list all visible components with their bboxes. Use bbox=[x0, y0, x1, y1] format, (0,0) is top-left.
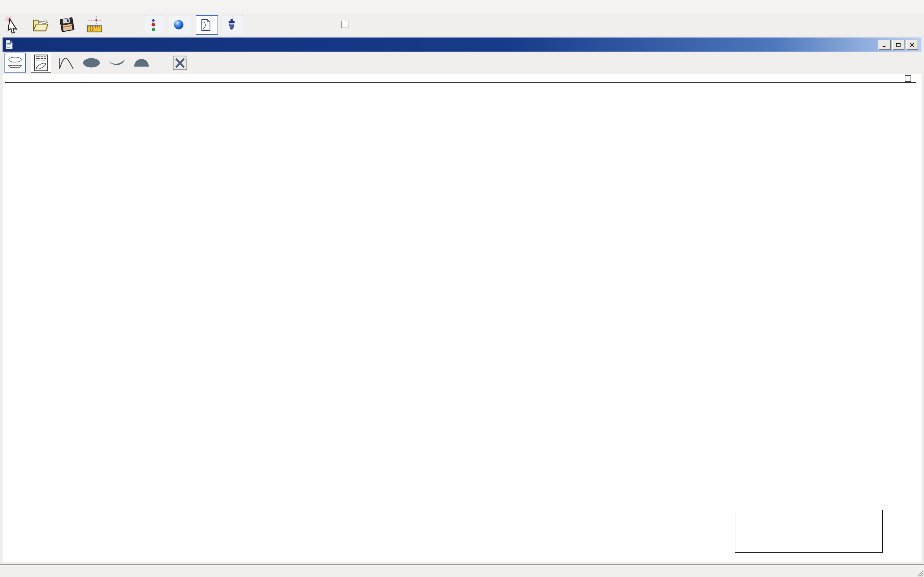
main-toolbar: 1 0 bbox=[0, 13, 924, 37]
file-tool-icons: 1 0 bbox=[3, 15, 104, 35]
svg-text:1 0: 1 0 bbox=[89, 28, 94, 32]
window-controls bbox=[879, 40, 918, 50]
plan-shape-solid-button[interactable] bbox=[81, 53, 102, 73]
status-bar bbox=[0, 565, 924, 577]
cnc-button[interactable] bbox=[223, 15, 243, 34]
cross-section-solid-button[interactable] bbox=[132, 53, 152, 73]
header-divider bbox=[5, 82, 916, 83]
document-icon bbox=[5, 40, 13, 49]
minimize-button[interactable] bbox=[879, 40, 891, 50]
rocker-curve-view-button[interactable] bbox=[57, 53, 76, 73]
rocker-solid-button[interactable] bbox=[107, 53, 126, 73]
view-mode-buttons bbox=[145, 15, 243, 35]
unit-inch[interactable] bbox=[341, 21, 349, 28]
plan-doc-icon bbox=[200, 19, 211, 31]
close-button[interactable] bbox=[906, 40, 918, 50]
save-icon[interactable] bbox=[57, 15, 77, 35]
sphere-icon bbox=[173, 19, 184, 31]
board-window-titlebar[interactable] bbox=[3, 37, 921, 52]
3d-view-button[interactable] bbox=[169, 15, 191, 34]
board-view-toolbar bbox=[3, 52, 923, 74]
export-excel-button[interactable] bbox=[170, 53, 190, 73]
open-file-icon[interactable] bbox=[30, 15, 50, 35]
unit-mm[interactable] bbox=[331, 23, 335, 26]
design-button[interactable] bbox=[145, 15, 164, 34]
design-icon bbox=[149, 18, 158, 31]
cnc-bit-icon bbox=[227, 18, 236, 31]
pointer-tool-icon[interactable] bbox=[3, 15, 23, 35]
resize-grip[interactable] bbox=[917, 571, 923, 577]
ruler-measure-icon[interactable]: 1 0 bbox=[84, 15, 104, 35]
spec-sheet-view-button[interactable] bbox=[31, 53, 51, 73]
plan-button[interactable] bbox=[196, 15, 218, 35]
document-canvas[interactable] bbox=[3, 74, 921, 562]
unit-inf[interactable] bbox=[355, 23, 359, 26]
application-window: 1 0 bbox=[0, 0, 924, 577]
restore-button[interactable] bbox=[892, 40, 905, 50]
board-info-box bbox=[735, 510, 883, 553]
outline-profile-view-button[interactable] bbox=[5, 53, 26, 73]
menu-bar bbox=[0, 0, 924, 13]
unit-selector bbox=[321, 15, 359, 34]
unit-cm[interactable] bbox=[321, 23, 325, 26]
date-checkbox[interactable] bbox=[905, 75, 911, 82]
